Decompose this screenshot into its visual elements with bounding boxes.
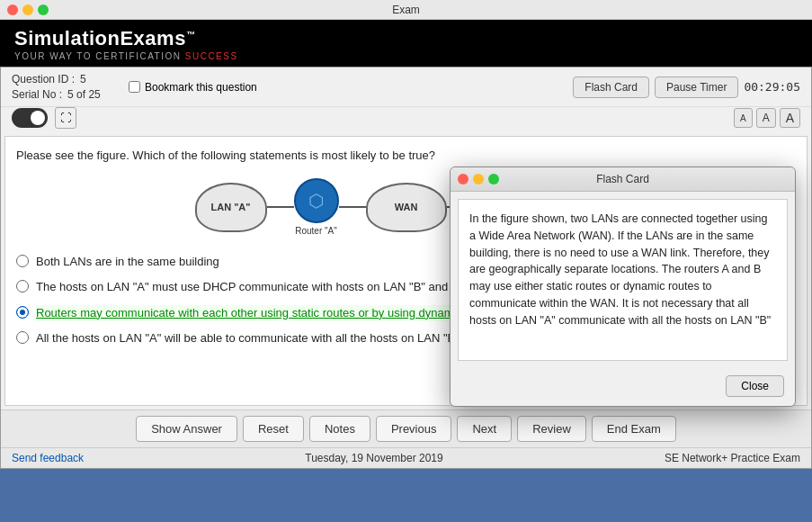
flash-card-footer: Close xyxy=(451,368,795,406)
maximize-button[interactable] xyxy=(38,4,49,15)
tagline: YOUR WAY TO CERTIFICATION SUCCESS xyxy=(14,51,798,61)
top-buttons: Flash Card Pause Timer 00:29:05 xyxy=(573,76,800,98)
option-2-radio[interactable] xyxy=(16,280,29,292)
close-button[interactable] xyxy=(7,4,18,15)
flash-card-body: In the figure shown, two LANs are connec… xyxy=(458,199,788,361)
serial-no-label: Serial No : xyxy=(12,88,62,101)
font-medium-button[interactable]: A xyxy=(756,108,776,128)
question-id-label: Question ID : xyxy=(12,73,75,86)
router-a xyxy=(294,178,339,223)
minimize-button[interactable] xyxy=(22,4,33,15)
serial-no-row: Serial No : 5 of 25 xyxy=(12,88,120,101)
question-info: Question ID : 5 Serial No : 5 of 25 xyxy=(12,73,120,101)
flash-card-button[interactable]: Flash Card xyxy=(573,76,649,98)
bookmark-label: Bookmark this question xyxy=(145,81,257,94)
show-answer-button[interactable]: Show Answer xyxy=(136,416,237,442)
wan-cloud: WAN xyxy=(366,183,447,232)
serial-no-value: 5 of 25 xyxy=(67,88,101,101)
pause-timer-button[interactable]: Pause Timer xyxy=(655,76,738,98)
info-bar: Question ID : 5 Serial No : 5 of 25 Book… xyxy=(1,68,811,107)
previous-button[interactable]: Previous xyxy=(376,416,452,442)
window-controls[interactable] xyxy=(7,4,49,15)
lan-a-cloud: LAN "A" xyxy=(195,183,267,232)
option-1-text: Both LANs are in the same building xyxy=(36,254,219,270)
timer-display: 00:29:05 xyxy=(744,80,800,94)
question-text: Please see the figure. Which of the foll… xyxy=(16,148,796,164)
flash-card-window-controls[interactable] xyxy=(458,174,499,184)
flash-card-titlebar: Flash Card xyxy=(451,167,795,192)
app-header: SimulationExams™ YOUR WAY TO CERTIFICATI… xyxy=(0,20,812,67)
bottom-bar: Show Answer Reset Notes Previous Next Re… xyxy=(1,410,811,447)
window-title: Exam xyxy=(392,4,420,16)
router-a-label: Router "A" xyxy=(295,226,337,236)
font-large-button[interactable]: A xyxy=(780,108,800,128)
feedback-link[interactable]: Send feedback xyxy=(12,452,84,464)
flash-card-window: Flash Card In the figure shown, two LANs… xyxy=(450,166,796,407)
status-bar: Send feedback Tuesday, 19 November 2019 … xyxy=(1,447,811,468)
review-button[interactable]: Review xyxy=(517,416,586,442)
lan-a-group: LAN "A" xyxy=(195,183,267,232)
option-3-text: Routers may communicate with each other … xyxy=(36,305,501,321)
option-4-radio[interactable] xyxy=(16,331,29,344)
question-id-value: 5 xyxy=(80,73,86,86)
flash-card-max-btn[interactable] xyxy=(488,174,499,184)
bookmark-area: Bookmark this question xyxy=(129,81,564,94)
dark-mode-toggle[interactable] xyxy=(12,108,48,128)
option-2-text: The hosts on LAN "A" must use DHCP commu… xyxy=(36,279,507,295)
question-id-row: Question ID : 5 xyxy=(12,73,120,86)
bookmark-checkbox[interactable] xyxy=(129,81,140,93)
wan-group: WAN xyxy=(366,183,447,232)
flash-card-close-btn[interactable] xyxy=(458,174,468,184)
date-display: Tuesday, 19 November 2019 xyxy=(305,452,442,464)
connector-1 xyxy=(267,206,294,208)
fullscreen-button[interactable]: ⛶ xyxy=(55,107,76,129)
flash-card-min-btn[interactable] xyxy=(473,174,484,184)
notes-button[interactable]: Notes xyxy=(309,416,370,442)
exam-name: SE Network+ Practice Exam xyxy=(665,452,800,464)
font-size-controls: A A A xyxy=(734,108,800,128)
title-bar: Exam xyxy=(0,0,812,20)
router-a-group: Router "A" xyxy=(294,178,339,236)
connector-2 xyxy=(339,206,366,208)
reset-button[interactable]: Reset xyxy=(243,416,304,442)
option-1-radio[interactable] xyxy=(16,255,29,267)
brand-name: SimulationExams™ xyxy=(14,27,798,50)
font-small-button[interactable]: A xyxy=(734,108,753,128)
flash-card-title: Flash Card xyxy=(596,173,649,185)
controls-row: ⛶ A A A xyxy=(1,107,811,132)
option-3-radio[interactable] xyxy=(16,306,29,319)
end-exam-button[interactable]: End Exam xyxy=(592,416,676,442)
next-button[interactable]: Next xyxy=(457,416,512,442)
option-4-text: All the hosts on LAN "A" will be able to… xyxy=(36,330,460,346)
flash-card-close-modal-button[interactable]: Close xyxy=(726,375,784,397)
